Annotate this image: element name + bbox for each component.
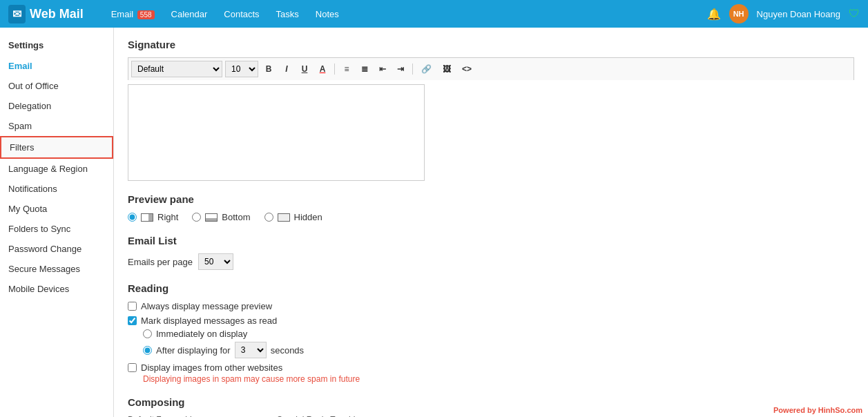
nav-contacts[interactable]: Contacts (224, 9, 259, 19)
sidebar-item-email[interactable]: Email (0, 56, 113, 76)
immediately-label: Immediately on display (156, 329, 247, 339)
display-images-row: Display images from other websites (128, 362, 854, 373)
email-list-title: Email List (128, 235, 854, 246)
reading-title: Reading (128, 282, 854, 294)
shield-icon: 🛡 (849, 8, 860, 20)
preview-pane-section: Preview pane Right Bottom Hidden (128, 193, 854, 222)
user-avatar: NH (729, 4, 749, 23)
preview-bottom-radio[interactable] (192, 213, 201, 222)
email-badge: 558 (137, 10, 155, 19)
after-displaying-label: After displaying for (156, 345, 231, 356)
sidebar: Settings Email Out of Office Delegation … (0, 28, 114, 417)
outdent-button[interactable]: ⇤ (375, 61, 390, 77)
email-list-section: Email List Emails per page 50 10 25 100 (128, 235, 854, 270)
preview-hidden-radio[interactable] (264, 213, 273, 222)
sidebar-item-language-region[interactable]: Language & Region (0, 159, 113, 179)
sidebar-item-secure-messages[interactable]: Secure Messages (0, 259, 113, 279)
font-size-select[interactable]: 10 8 12 14 (225, 61, 258, 77)
sidebar-item-mobile-devices[interactable]: Mobile Devices (0, 279, 113, 299)
bold-button[interactable]: B (261, 61, 276, 77)
emails-per-page-row: Emails per page 50 10 25 100 (128, 253, 854, 270)
toolbar-divider-1 (334, 64, 335, 75)
layout: Settings Email Out of Office Delegation … (0, 28, 868, 417)
link-button[interactable]: 🔗 (417, 61, 436, 77)
topnav-links: Email 558 Calendar Contacts Tasks Notes (111, 9, 707, 19)
composing-title: Composing (128, 396, 854, 408)
emails-per-page-label: Emails per page (128, 257, 193, 267)
topnav: ✉ Web Mail Email 558 Calendar Contacts T… (0, 0, 868, 28)
preview-right-option[interactable]: Right (128, 212, 178, 222)
sidebar-item-spam[interactable]: Spam (0, 116, 113, 136)
signature-toolbar: Default Arial Times New Roman 10 8 12 14… (128, 57, 854, 80)
always-display-row: Always display message preview (128, 301, 854, 311)
mark-as-read-row: Mark displayed messages as read (128, 316, 854, 326)
preview-bottom-option[interactable]: Bottom (192, 212, 250, 222)
preview-right-icon (141, 213, 153, 222)
sidebar-item-filters[interactable]: Filters (0, 136, 113, 159)
font-family-select[interactable]: Default Arial Times New Roman (131, 61, 222, 77)
sidebar-item-notifications[interactable]: Notifications (0, 179, 113, 199)
topnav-right: 🔔 NH Nguyen Doan Hoang 🛡 (707, 4, 860, 23)
sidebar-item-folders-to-sync[interactable]: Folders to Sync (0, 219, 113, 239)
unordered-list-button[interactable]: ≡ (339, 61, 354, 77)
signature-editor[interactable] (128, 84, 425, 181)
preview-pane-title: Preview pane (128, 193, 854, 205)
watermark: Powered by HinhSo.com (773, 406, 862, 414)
preview-right-radio[interactable] (128, 213, 137, 222)
always-display-checkbox[interactable] (128, 302, 137, 311)
immediately-row: Immediately on display (143, 329, 854, 339)
italic-button[interactable]: I (279, 61, 294, 77)
nav-email[interactable]: Email 558 (111, 9, 155, 19)
preview-hidden-option[interactable]: Hidden (264, 212, 322, 222)
sidebar-item-password-change[interactable]: Password Change (0, 239, 113, 259)
underline-button[interactable]: U (297, 61, 312, 77)
app-logo[interactable]: ✉ Web Mail (8, 5, 84, 23)
preview-right-label: Right (157, 212, 178, 222)
source-button[interactable]: <> (458, 61, 476, 77)
app-name: Web Mail (30, 7, 84, 21)
after-displaying-row: After displaying for 3 1 2 4 5 seconds (143, 342, 854, 358)
sidebar-item-delegation[interactable]: Delegation (0, 96, 113, 116)
user-name: Nguyen Doan Hoang (757, 9, 840, 19)
always-display-label: Always display message preview (141, 301, 272, 311)
emails-per-page-select[interactable]: 50 10 25 100 (198, 253, 233, 270)
seconds-label: seconds (271, 345, 304, 356)
ordered-list-button[interactable]: ≣ (357, 61, 372, 77)
sidebar-title: Settings (0, 35, 113, 56)
preview-bottom-label: Bottom (222, 212, 250, 222)
spam-warning: Displaying images in spam may cause more… (143, 374, 854, 384)
signature-title: Signature (128, 39, 854, 50)
mark-as-read-checkbox[interactable] (128, 316, 137, 325)
bell-icon[interactable]: 🔔 (707, 8, 721, 21)
mark-as-read-label: Mark displayed messages as read (141, 316, 277, 326)
nav-calendar[interactable]: Calendar (171, 9, 208, 19)
mark-as-read-suboptions: Immediately on display After displaying … (143, 329, 854, 358)
composing-section: Composing Default From address Special R… (128, 396, 854, 417)
display-images-checkbox[interactable] (128, 363, 137, 372)
text-color-button[interactable]: A (315, 61, 330, 77)
immediately-radio[interactable] (143, 329, 152, 338)
reading-section: Reading Always display message preview M… (128, 282, 854, 384)
preview-hidden-icon (278, 213, 290, 222)
logo-icon: ✉ (8, 5, 26, 23)
after-displaying-radio[interactable] (143, 346, 152, 355)
image-button[interactable]: 🖼 (438, 61, 455, 77)
preview-hidden-label: Hidden (294, 212, 322, 222)
nav-tasks[interactable]: Tasks (276, 9, 299, 19)
indent-button[interactable]: ⇥ (393, 61, 408, 77)
sidebar-item-my-quota[interactable]: My Quota (0, 199, 113, 219)
sidebar-item-out-of-office[interactable]: Out of Office (0, 76, 113, 96)
main-content: Signature Default Arial Times New Roman … (114, 28, 868, 417)
toolbar-divider-2 (412, 64, 413, 75)
nav-notes[interactable]: Notes (316, 9, 339, 19)
preview-bottom-icon (205, 213, 218, 222)
after-displaying-select[interactable]: 3 1 2 4 5 (235, 342, 267, 358)
preview-pane-options: Right Bottom Hidden (128, 212, 854, 222)
display-images-label: Display images from other websites (141, 362, 282, 373)
